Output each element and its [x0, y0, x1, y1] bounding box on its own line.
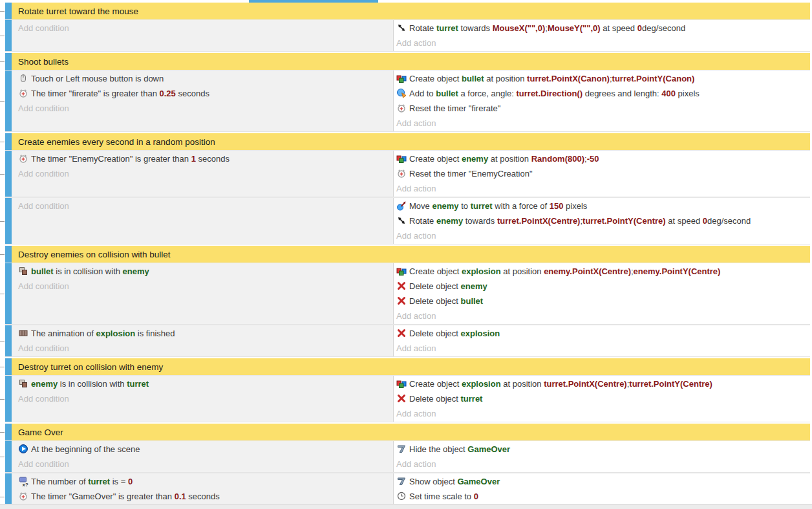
add-condition-button[interactable]: Add condition: [18, 101, 388, 116]
add-condition-button[interactable]: Add condition: [18, 457, 388, 471]
action[interactable]: Delete object explosion: [396, 326, 805, 341]
actions-cell[interactable]: Create object enemy at position Random(8…: [393, 151, 810, 197]
action[interactable]: Set time scale to 0: [396, 489, 805, 504]
condition-text: Touch or Left mouse button is down: [31, 74, 164, 83]
actions-cell[interactable]: Create object explosion at position turr…: [393, 376, 810, 422]
event-bar[interactable]: [5, 424, 12, 440]
actions-cell[interactable]: Delete object explosionAdd action: [393, 325, 810, 356]
event-bar[interactable]: [5, 325, 12, 356]
event-bar[interactable]: [5, 358, 12, 375]
action[interactable]: Create object enemy at position Random(8…: [396, 151, 805, 166]
add-action-button[interactable]: Add action: [396, 36, 805, 50]
group-header[interactable]: Shoot bullets: [5, 53, 810, 70]
event-bar[interactable]: [5, 70, 12, 131]
action[interactable]: Show object GameOver: [396, 474, 805, 489]
actions-cell[interactable]: Create object explosion at position enem…: [393, 263, 810, 324]
group-header[interactable]: Destroy turret on collision with enemy: [5, 358, 810, 375]
create-object-icon: [396, 71, 409, 86]
gutter-tick: [0, 36, 5, 36]
group-header[interactable]: Rotate turret toward the mouse: [5, 3, 810, 19]
add-condition-button[interactable]: Add condition: [18, 199, 388, 213]
actions-cell[interactable]: Hide the object GameOverAdd action: [393, 441, 810, 472]
action[interactable]: Reset the timer "firerate": [396, 101, 805, 116]
conditions-cell[interactable]: The timer "EnemyCreation" is greater tha…: [12, 151, 393, 197]
action[interactable]: Create object explosion at position enem…: [396, 264, 805, 279]
conditions-cell[interactable]: Add condition: [12, 20, 393, 51]
create-object-icon: [396, 151, 409, 166]
group-title: Create enemies every second in a random …: [12, 133, 810, 150]
action[interactable]: Move enemy to turret with a force of 150…: [396, 199, 805, 213]
condition[interactable]: The timer "EnemyCreation" is greater tha…: [18, 151, 388, 166]
event-bar[interactable]: [5, 133, 12, 150]
add-action-button[interactable]: Add action: [396, 406, 805, 421]
actions-cell[interactable]: Move enemy to turret with a force of 150…: [393, 198, 810, 244]
horizontal-scrollbar[interactable]: [249, 0, 378, 3]
create-object-icon: [396, 376, 409, 391]
delete-icon: [396, 294, 409, 309]
add-action-button[interactable]: Add action: [396, 228, 805, 243]
condition[interactable]: At the beginning of the scene: [18, 442, 388, 457]
conditions-cell[interactable]: At the beginning of the sceneAdd conditi…: [12, 441, 393, 472]
conditions-cell[interactable]: Touch or Left mouse button is downThe ti…: [12, 70, 393, 131]
condition-text: The timer "EnemyCreation" is greater tha…: [31, 154, 230, 164]
condition[interactable]: The animation of explosion is finished: [18, 326, 388, 341]
add-condition-button[interactable]: Add condition: [18, 166, 388, 181]
timer-icon: [18, 489, 31, 504]
add-action-button[interactable]: Add action: [396, 457, 805, 471]
conditions-cell[interactable]: The animation of explosion is finishedAd…: [12, 325, 393, 356]
gutter-tick: [0, 399, 5, 400]
add-condition-button[interactable]: Add condition: [18, 21, 388, 36]
add-action-button[interactable]: Add action: [396, 309, 805, 323]
add-condition-button[interactable]: Add condition: [18, 341, 388, 356]
event-bar[interactable]: [5, 53, 12, 70]
action[interactable]: Rotate turret towards MouseX("",0);Mouse…: [396, 21, 805, 36]
add-action-button[interactable]: Add action: [396, 116, 805, 131]
add-condition-button[interactable]: Add condition: [18, 391, 388, 406]
action-text: Create object explosion at position turr…: [409, 379, 712, 389]
timer-icon: [396, 101, 409, 116]
action[interactable]: Delete object enemy: [396, 279, 805, 294]
conditions-cell[interactable]: Add condition: [12, 198, 393, 244]
condition[interactable]: The timer "firerate" is greater than 0.2…: [18, 86, 388, 101]
action[interactable]: Delete object turret: [396, 391, 805, 406]
group-header[interactable]: Create enemies every second in a random …: [5, 133, 810, 150]
action[interactable]: Create object bullet at position turret.…: [396, 71, 805, 86]
gutter-tick: [0, 367, 5, 367]
group-header[interactable]: Destroy enemies on collision with bullet: [5, 246, 810, 263]
event-bar[interactable]: [5, 263, 12, 324]
condition[interactable]: x?The number of turret is = 0: [18, 474, 388, 489]
action-text: Create object bullet at position turret.…: [409, 74, 694, 83]
move-icon: [396, 199, 409, 213]
condition[interactable]: enemy is in collision with turret: [18, 376, 388, 391]
event-bar[interactable]: [5, 376, 12, 422]
actions-cell[interactable]: Create object bullet at position turret.…: [393, 70, 810, 131]
gutter-tick: [0, 254, 5, 255]
condition[interactable]: bullet is in collision with enemy: [18, 264, 388, 279]
add-action-button[interactable]: Add action: [396, 181, 805, 196]
gutter-tick: [0, 294, 5, 294]
add-action-button[interactable]: Add action: [396, 341, 805, 356]
conditions-cell[interactable]: bullet is in collision with enemyAdd con…: [12, 263, 393, 324]
action[interactable]: Reset the timer "EnemyCreation": [396, 166, 805, 181]
actions-cell[interactable]: Rotate turret towards MouseX("",0);Mouse…: [393, 20, 810, 51]
action[interactable]: Create object explosion at position turr…: [396, 376, 805, 391]
action[interactable]: Hide the object GameOver: [396, 442, 805, 457]
condition[interactable]: Touch or Left mouse button is down: [18, 71, 388, 86]
conditions-cell[interactable]: enemy is in collision with turretAdd con…: [12, 376, 393, 422]
action[interactable]: Rotate enemy towards turret.PointX(Centr…: [396, 213, 805, 228]
sheet-bottom-margin: [0, 504, 812, 509]
event-bar[interactable]: [5, 198, 12, 244]
event-row: Add condition Move enemy to turret with …: [5, 198, 810, 244]
action[interactable]: Delete object bullet: [396, 294, 805, 309]
rotate-icon: [396, 21, 409, 36]
group-header[interactable]: Game Over: [5, 424, 810, 440]
event-bar[interactable]: [5, 441, 12, 472]
event-bar[interactable]: [5, 20, 12, 51]
event-bar[interactable]: [5, 246, 12, 263]
event-bar[interactable]: [5, 151, 12, 197]
add-condition-button[interactable]: Add condition: [18, 279, 388, 294]
delete-icon: [396, 326, 409, 341]
action[interactable]: Add to bullet a force, angle: turret.Dir…: [396, 86, 805, 101]
event-bar[interactable]: [5, 3, 12, 19]
condition[interactable]: The timer "GameOver" is greater than 0.1…: [18, 489, 388, 504]
